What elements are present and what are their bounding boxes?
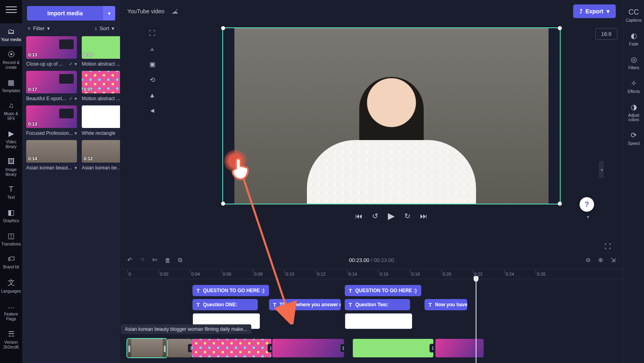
transition-icon[interactable]: ⊠ xyxy=(188,344,192,353)
prop-fade[interactable]: ◐Fade xyxy=(623,27,644,50)
nav-feature-flags[interactable]: …Feature Flags xyxy=(0,298,22,326)
play-icon[interactable]: ▶ xyxy=(388,211,395,221)
zoom-fit-icon[interactable]: ⇲ xyxy=(611,256,616,264)
video-clip[interactable]: ⊠ xyxy=(353,339,433,357)
redo-icon[interactable]: ↷ xyxy=(140,256,145,264)
media-thumbnail[interactable]: 0:07 xyxy=(82,71,120,93)
rewind-5-icon[interactable]: ↺ xyxy=(372,212,378,221)
prop-captions[interactable]: CCCaptions xyxy=(623,4,644,27)
nav-languages[interactable]: 文Languages xyxy=(0,274,22,298)
skip-start-icon[interactable]: ⏮ xyxy=(355,212,362,221)
aspect-ratio-button[interactable]: 16:9 xyxy=(595,28,617,40)
nav-version[interactable]: ☴Version 2b2ecd6 xyxy=(0,326,22,354)
import-media-dropdown[interactable]: ▾ xyxy=(103,6,115,21)
export-button[interactable]: ⤴ Export ▾ xyxy=(573,4,616,18)
cloud-sync-icon[interactable]: ☁̸ xyxy=(172,8,178,15)
media-thumbnail[interactable]: 0:14 xyxy=(26,140,77,163)
video-clip[interactable]: ⊠ xyxy=(168,339,192,357)
nav-brand-kit[interactable]: 🏷Brand kit xyxy=(0,251,22,274)
nav-your-media[interactable]: 🗂Your media xyxy=(0,23,22,46)
canvas-frame[interactable] xyxy=(222,27,561,204)
project-title[interactable]: YouTube video xyxy=(127,8,164,14)
transition-icon[interactable]: ⊠ xyxy=(267,344,271,353)
video-clip[interactable] xyxy=(435,339,484,357)
filter-control[interactable]: ▿Filter▾ xyxy=(28,25,69,31)
nav-transitions[interactable]: ◫Transitions xyxy=(0,227,22,251)
more-icon[interactable]: ▾ xyxy=(75,61,77,67)
zoom-out-icon[interactable]: ⊖ xyxy=(586,256,591,264)
media-item[interactable]: 0:13Focused Profession...▾ xyxy=(26,105,77,136)
video-clip[interactable]: ⊠ xyxy=(192,339,271,357)
media-item[interactable]: 0:14Asian korean beaut...▾ xyxy=(26,140,77,171)
media-thumbnail[interactable]: 0:17 xyxy=(26,71,77,93)
media-thumbnail[interactable]: 0:12 xyxy=(82,140,120,163)
media-item[interactable]: 0:17Beautiful E-sport...✓▾ xyxy=(26,71,77,101)
timeline-ruler[interactable]: 00:020:040:060:080:100:120:140:160:180:2… xyxy=(120,269,623,279)
media-item[interactable]: 0:13Close-up up of ...✓▾ xyxy=(26,36,77,67)
help-caret-icon[interactable]: ▾ xyxy=(587,214,589,220)
text-clip[interactable]: TNow you have tl xyxy=(425,299,467,310)
zoom-in-icon[interactable]: ⊕ xyxy=(598,256,603,264)
video-clip[interactable]: ⊠ xyxy=(272,339,344,357)
prop-effects[interactable]: ✧Effects xyxy=(623,75,644,98)
crop-icon[interactable]: ⟁ xyxy=(148,45,156,52)
timeline-tracks[interactable]: TQUESTION TO GO HERE :)TQUESTION TO GO H… xyxy=(120,279,623,363)
nav-record-create[interactable]: ⦿Record & create xyxy=(0,46,22,74)
nav-music-sfx[interactable]: ♫Music & SFX xyxy=(0,97,22,125)
clip-handle-right[interactable]: ‖ xyxy=(163,339,167,357)
media-item[interactable]: 0:07Motion abstract ...✓▾ xyxy=(82,71,120,101)
media-item[interactable]: 0:10Motion abstract ...✓▾ xyxy=(82,36,120,67)
split-icon[interactable]: ✄ xyxy=(152,256,157,264)
video-clip[interactable]: ‖‖ xyxy=(127,339,167,357)
text-clip[interactable]: TQUESTION TO GO HERE :) xyxy=(193,285,269,296)
nav-video-library[interactable]: ▶Video library xyxy=(0,125,22,153)
fit-icon[interactable]: ⛶ xyxy=(148,30,156,37)
text-track-a[interactable]: TQUESTION TO GO HERE :)TQUESTION TO GO H… xyxy=(127,285,623,297)
nav-text[interactable]: TText xyxy=(0,181,22,204)
preview-canvas[interactable]: 16:9 ⏮ ↺ ▶ ↻ ⏭ ⛶ xyxy=(159,23,623,251)
duplicate-icon[interactable]: ⧉ xyxy=(178,256,182,264)
flip-v-icon[interactable]: ◄ xyxy=(148,107,156,114)
prop-speed[interactable]: ⟳Speed xyxy=(623,127,644,150)
video-track[interactable]: ‖‖⊠⊠⊠⊠ xyxy=(127,339,623,357)
nav-image-library[interactable]: 🖼Image library xyxy=(0,153,22,181)
resize-handle-tl[interactable] xyxy=(221,26,225,30)
resize-handle-br[interactable] xyxy=(558,202,562,206)
more-icon[interactable]: ▾ xyxy=(75,165,77,171)
playhead[interactable] xyxy=(476,279,476,363)
selection-outline[interactable] xyxy=(222,27,561,204)
prop-filters[interactable]: ◎Filters xyxy=(623,51,644,74)
media-item[interactable]: White rectangle✓▾ xyxy=(82,105,120,136)
resize-handle-bl[interactable] xyxy=(221,202,225,206)
text-track-b[interactable]: TQuestion ONE:TThis is where you answer … xyxy=(127,299,623,311)
undo-icon[interactable]: ↶ xyxy=(127,256,133,264)
transition-icon[interactable]: ⊠ xyxy=(340,344,344,353)
pip-icon[interactable]: ▣ xyxy=(148,60,156,68)
delete-icon[interactable]: 🗑 xyxy=(165,257,171,264)
collapse-right-panel[interactable]: ◂ xyxy=(599,161,604,178)
media-thumbnail[interactable] xyxy=(82,105,120,128)
more-icon[interactable]: ▾ xyxy=(75,96,77,101)
transition-icon[interactable]: ⊠ xyxy=(429,344,433,353)
more-icon[interactable]: ▾ xyxy=(75,130,77,136)
skip-end-icon[interactable]: ⏭ xyxy=(420,212,427,221)
nav-graphics[interactable]: ◧Graphics xyxy=(0,204,22,227)
rotate-icon[interactable]: ⟲ xyxy=(148,76,156,84)
text-clip[interactable]: TQuestion ONE: xyxy=(193,299,258,310)
media-thumbnail[interactable]: 0:10 xyxy=(82,36,120,59)
hamburger-menu-icon[interactable] xyxy=(6,4,17,15)
help-button[interactable]: ? xyxy=(580,197,594,212)
nav-templates[interactable]: ▦Templates xyxy=(0,74,22,97)
fullscreen-icon[interactable]: ⛶ xyxy=(605,243,611,250)
clip-handle-left[interactable]: ‖ xyxy=(127,339,131,357)
text-clip[interactable]: TQuestion Two: xyxy=(345,299,410,310)
import-media-button[interactable]: Import media xyxy=(27,6,103,21)
overlay-clip[interactable] xyxy=(345,313,412,329)
prop-adjust-colors[interactable]: ◑Adjust colors xyxy=(623,99,644,126)
resize-handle-tr[interactable] xyxy=(558,26,562,30)
sort-control[interactable]: ↕Sort▾ xyxy=(73,25,115,31)
media-thumbnail[interactable]: 0:13 xyxy=(26,105,77,128)
text-clip[interactable]: TQUESTION TO GO HERE :) xyxy=(345,285,421,296)
forward-5-icon[interactable]: ↻ xyxy=(404,212,410,221)
flip-h-icon[interactable]: ▲ xyxy=(148,92,156,99)
